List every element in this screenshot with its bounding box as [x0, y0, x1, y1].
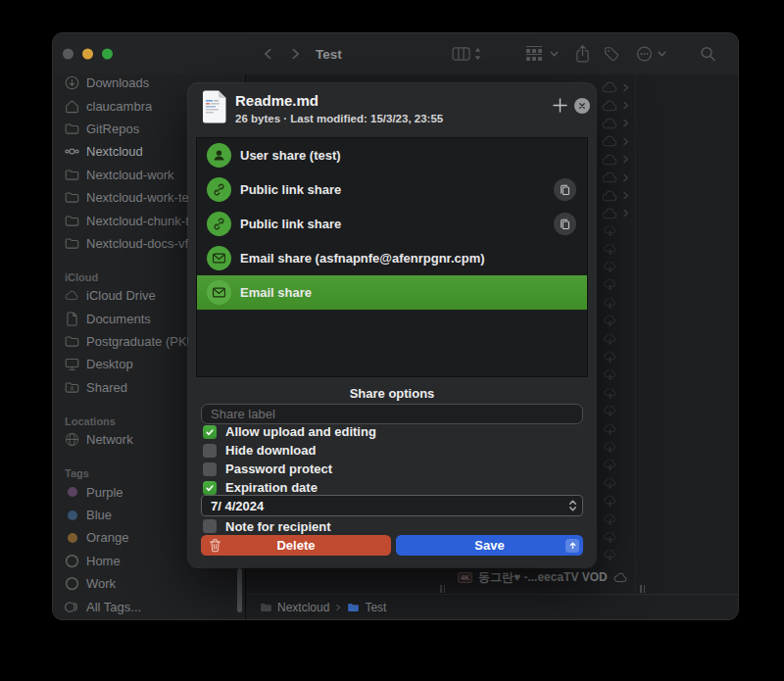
expiration-date-field[interactable]: 7/ 4/2024	[201, 495, 583, 516]
minimize-window-button[interactable]	[82, 49, 93, 60]
checkbox[interactable]	[203, 481, 217, 495]
file-status-row	[602, 420, 630, 438]
toolbar: Test	[53, 33, 738, 75]
more-actions-icon[interactable]	[636, 46, 653, 63]
mail-icon	[212, 285, 226, 300]
file-status-row	[602, 186, 630, 204]
date-stepper-icon[interactable]	[567, 498, 578, 513]
column-view-icon[interactable]	[452, 47, 470, 62]
checkbox[interactable]	[203, 444, 217, 458]
checkbox[interactable]	[203, 462, 217, 476]
back-icon[interactable]	[262, 48, 274, 61]
trash-icon	[209, 538, 221, 553]
cloud-download-icon	[602, 532, 618, 544]
delete-button[interactable]: Delete	[201, 535, 391, 556]
sidebar-item-label: claucambra	[86, 99, 152, 114]
person-icon	[212, 148, 226, 163]
share-type-circle	[207, 212, 231, 236]
expiration-date-value: 7/ 4/2024	[211, 499, 567, 513]
share-row-link[interactable]: Public link share	[197, 207, 587, 241]
share-type-circle	[207, 143, 231, 168]
note-checkbox[interactable]	[203, 519, 217, 533]
file-status-row	[602, 96, 630, 114]
sidebar-item-work[interactable]: Work	[53, 572, 245, 595]
copy-link-button[interactable]	[554, 213, 576, 235]
share-label-input[interactable]	[201, 404, 583, 424]
file-status-row	[602, 259, 630, 276]
fshared-icon	[65, 380, 79, 395]
cloud-download-icon	[602, 334, 618, 346]
file-status-row	[602, 276, 630, 294]
column-resize-handle[interactable]	[440, 585, 445, 593]
doc-icon	[65, 312, 79, 326]
cloud-download-icon	[602, 262, 618, 273]
chevron-right-icon	[334, 604, 342, 611]
check-icon	[205, 427, 215, 437]
share-row-mail[interactable]: Email share	[197, 275, 587, 310]
group-by-icon[interactable]	[524, 46, 544, 63]
breadcrumb-current[interactable]: Test	[365, 601, 386, 614]
file-status-row	[602, 151, 630, 169]
check-icon	[205, 483, 215, 493]
desktop-background: Test DownloadsclaucambraGitReposNextclou…	[0, 0, 784, 681]
add-share-button[interactable]	[552, 97, 568, 114]
sidebar-item-label: Blue	[86, 508, 112, 522]
sidebar-item-label: Shared	[86, 380, 127, 395]
file-status-row	[602, 295, 630, 313]
chevron-right-icon	[621, 101, 630, 110]
share-icon[interactable]	[575, 45, 590, 64]
chevron-right-icon	[621, 209, 630, 218]
share-row-mail[interactable]: Email share (asfnapnfe@afenrpgnr.cpm)	[197, 241, 587, 275]
desktop-icon	[65, 357, 79, 371]
more-chevron-icon[interactable]	[657, 49, 667, 60]
cloud-download-icon	[602, 460, 618, 471]
path-bar: Nextcloud Test	[246, 594, 738, 619]
file-status-row	[602, 205, 630, 222]
video-badge: 4K	[458, 572, 472, 583]
forward-icon[interactable]	[289, 48, 302, 61]
sidebar-item-label: Nextcloud-chunk-tes	[86, 214, 203, 228]
cloud-icon	[602, 100, 618, 112]
breadcrumb-root[interactable]: Nextcloud	[277, 601, 329, 614]
window-title: Test	[316, 47, 342, 62]
delete-button-label: Delete	[276, 538, 315, 553]
zoom-window-button[interactable]	[102, 49, 113, 60]
downloadc-icon	[65, 75, 79, 90]
column-resize-handle[interactable]	[640, 585, 645, 593]
share-row-person[interactable]: User share (test)	[197, 138, 587, 172]
save-button[interactable]: Save	[396, 535, 583, 556]
sidebar-item-label: Network	[86, 432, 133, 447]
view-stepper-icon[interactable]	[473, 47, 482, 62]
cloud-download-icon	[602, 550, 618, 561]
group-chevron-icon[interactable]	[549, 49, 560, 60]
close-dialog-button[interactable]	[574, 98, 590, 114]
link-icon	[212, 182, 226, 197]
share-row-label: Email share	[240, 285, 312, 300]
sidebar-item-all-tags[interactable]: All Tags...	[53, 595, 245, 617]
search-icon[interactable]	[700, 46, 716, 63]
file-row[interactable]: 4K 동그란♥ -...eecaTV VOD	[458, 569, 628, 586]
cloud-status-icon	[613, 572, 628, 583]
share-list: User share (test) Public link share Publ…	[196, 137, 588, 377]
tag-icon[interactable]	[604, 46, 619, 62]
close-window-button[interactable]	[63, 49, 74, 60]
checkbox-label: Hide download	[225, 443, 316, 458]
cloud-icon	[602, 190, 618, 202]
file-status-row	[602, 222, 630, 240]
share-row-link[interactable]: Public link share	[197, 172, 587, 207]
sidebar-item-label: iCloud Drive	[86, 288, 156, 303]
file-status-row	[602, 403, 630, 420]
file-status-row	[602, 385, 630, 403]
sidebar-item-label: Nextcloud	[86, 144, 143, 159]
folder-icon	[347, 603, 360, 612]
file-status-row	[602, 330, 630, 348]
file-status-row	[602, 169, 630, 186]
file-status-row	[602, 529, 630, 547]
file-name: 동그란♥ -...eecaTV VOD	[478, 569, 608, 586]
sidebar-scrollbar[interactable]	[237, 568, 242, 612]
dialog-file-meta: 26 bytes · Last modified: 15/3/23, 23:55	[235, 113, 443, 124]
copy-icon	[559, 218, 571, 230]
checkbox[interactable]	[203, 425, 217, 439]
copy-link-button[interactable]	[554, 178, 576, 201]
cloud-download-icon	[602, 298, 618, 310]
